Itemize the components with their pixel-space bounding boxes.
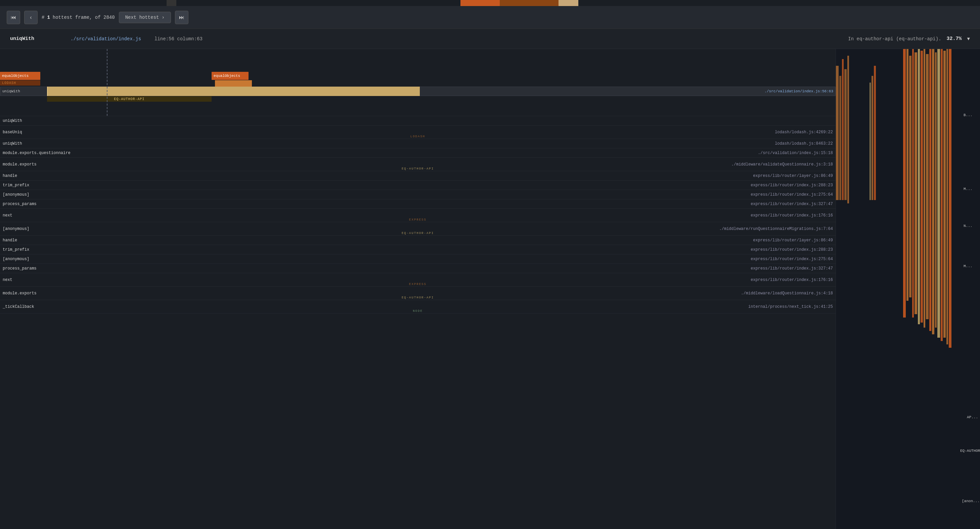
svg-rect-4 — [844, 69, 847, 200]
divider-express-2: EXPRESS — [409, 283, 426, 286]
context-info: In eq-author-api (eq-author-api). — [848, 36, 941, 41]
dashed-line — [107, 49, 107, 116]
progress-segment-4 — [460, 0, 500, 6]
divider-lodash-1: LODASH — [410, 135, 425, 138]
wide-block[interactable] — [47, 87, 420, 96]
row-file-14: express/lib/router/index.js:327:47 — [751, 266, 833, 271]
table-row: [anonymous] express/lib/router/index.js:… — [0, 254, 835, 264]
progress-segment-2 — [167, 0, 176, 6]
nav-bar: ⏮ ‹ # 1 hottest frame, of 2840 Next hott… — [0, 6, 980, 29]
equal-objects-block-2[interactable]: equalObjects — [212, 72, 248, 80]
progress-segment-3 — [176, 0, 460, 6]
row-name-13: [anonymous] — [3, 257, 751, 262]
svg-rect-11 — [909, 56, 912, 297]
lodash-sub-label: LODASH — [0, 80, 40, 86]
frame-table: uniqWith baseUniq lodash/lodash.js:4269:… — [0, 116, 835, 313]
frame-label: hottest frame, of 2840 — [53, 15, 115, 20]
row-file-6: express/lib/router/index.js:288:23 — [751, 183, 833, 187]
svg-rect-21 — [937, 49, 940, 338]
info-bar: uniqWith ./src/validation/index.js line:… — [0, 29, 980, 49]
next-hottest-icon: › — [162, 15, 164, 20]
svg-text:N...: N... — [964, 224, 972, 228]
row-file-8: express/lib/router/index.js:327:47 — [751, 202, 833, 207]
svg-rect-22 — [941, 49, 943, 341]
svg-rect-6 — [870, 83, 871, 200]
eq-author-api-sub-label: EQ-AUTHOR-API — [47, 96, 212, 102]
svg-rect-20 — [935, 52, 937, 327]
row-name-17: _tickCallback — [3, 305, 748, 309]
divider-eq-3: EQ-AUTHOR-API — [402, 296, 434, 299]
svg-rect-16 — [924, 49, 925, 327]
row-name-11: handle — [3, 238, 753, 243]
equal-objects-block-1[interactable]: equalObjects — [0, 72, 40, 80]
table-row: handle express/lib/router/layer.js:86:49 — [0, 171, 835, 181]
divider-express-1: EXPRESS — [409, 218, 426, 222]
frame-number: 1 — [47, 15, 50, 20]
row-name-1: baseUniq — [3, 130, 775, 135]
row-file-5: express/lib/router/layer.js:86:49 — [753, 173, 833, 178]
svg-text:EQ-AUTHOR-: EQ-AUTHOR- — [960, 449, 980, 453]
row-name-9: next — [3, 213, 751, 218]
flame-graph[interactable]: equalObjects LODASH uniqWith ./src/valid… — [0, 49, 835, 529]
hash-symbol: # — [41, 15, 45, 20]
next-hottest-label: Next hottest — [125, 15, 159, 20]
row-name-3: module.exports.questionnaire — [3, 151, 758, 156]
row-name-12: trim_prefix — [3, 247, 751, 252]
table-row: [anonymous] express/lib/router/index.js:… — [0, 190, 835, 199]
row-file-12: express/lib/router/index.js:288:23 — [751, 247, 833, 252]
table-row: module.exports ./middleware/validateQues… — [0, 158, 835, 171]
table-row: handle express/lib/router/layer.js:86:49 — [0, 236, 835, 245]
svg-rect-10 — [907, 49, 908, 301]
prev-frame-button[interactable]: ‹ — [24, 11, 38, 24]
main-area: equalObjects LODASH uniqWith ./src/valid… — [0, 49, 980, 529]
svg-rect-14 — [918, 49, 920, 324]
percent-value: 32.7% — [947, 36, 962, 41]
table-row: trim_prefix express/lib/router/index.js:… — [0, 181, 835, 190]
svg-rect-23 — [943, 51, 946, 338]
row-file-17: internal/process/next_tick.js:41:25 — [748, 305, 833, 309]
svg-rect-9 — [903, 49, 906, 318]
top-progress-bar — [0, 0, 980, 6]
last-frame-button[interactable]: ⏭ — [175, 11, 188, 24]
uniq-with-label: uniqWith — [2, 89, 20, 93]
svg-rect-17 — [926, 54, 929, 319]
row-name-14: process_params — [3, 266, 751, 271]
svg-text:[anon...: [anon... — [962, 499, 980, 503]
row-file-3: ./src/validation/index.js:15:18 — [758, 151, 833, 156]
row-name-2: uniqWith — [3, 141, 775, 146]
first-frame-button[interactable]: ⏮ — [7, 11, 20, 24]
frame-indicator: # 1 hottest frame, of 2840 — [41, 15, 115, 20]
row-file-11: express/lib/router/layer.js:86:49 — [753, 238, 833, 243]
svg-rect-1 — [836, 66, 838, 200]
svg-rect-7 — [872, 76, 873, 200]
progress-segment-1 — [0, 0, 167, 6]
dropdown-arrow-icon[interactable]: ▼ — [967, 36, 970, 41]
progress-segment-7 — [578, 0, 980, 6]
next-hottest-button[interactable]: Next hottest › — [119, 12, 171, 23]
row-file-15: express/lib/router/index.js:176:16 — [751, 278, 833, 282]
mini-map: B... M... N... M... AP... EQ-AUTHOR- [an… — [835, 49, 980, 529]
row-file-16: ./middleware/loadQuestionnaire.js:4:18 — [741, 291, 833, 296]
table-row: module.exports.questionnaire ./src/valid… — [0, 148, 835, 158]
svg-rect-18 — [929, 49, 931, 331]
svg-rect-2 — [839, 76, 841, 200]
row-name-8: process_params — [3, 202, 751, 207]
row-file-1: lodash/lodash.js:4269:22 — [775, 130, 833, 135]
row-name-10: [anonymous] — [3, 227, 719, 231]
table-row: next express/lib/router/index.js:176:16 … — [0, 273, 835, 287]
row-file-4: ./middleware/validateQuestionnaire.js:3:… — [732, 162, 833, 167]
progress-segment-5 — [500, 0, 558, 6]
progress-segment-6 — [558, 0, 578, 6]
svg-text:M...: M... — [964, 264, 972, 268]
table-row: process_params express/lib/router/index.… — [0, 199, 835, 209]
svg-rect-5 — [847, 56, 849, 203]
svg-rect-19 — [932, 49, 934, 334]
svg-rect-8 — [874, 66, 876, 200]
row-name-15: next — [3, 278, 751, 282]
svg-rect-3 — [842, 59, 844, 200]
svg-text:B...: B... — [964, 113, 972, 117]
table-row: trim_prefix express/lib/router/index.js:… — [0, 245, 835, 254]
row-file-13: express/lib/router/index.js:275:64 — [751, 257, 833, 262]
divider-node: NODE — [413, 310, 423, 313]
table-row: next express/lib/router/index.js:176:16 … — [0, 209, 835, 222]
